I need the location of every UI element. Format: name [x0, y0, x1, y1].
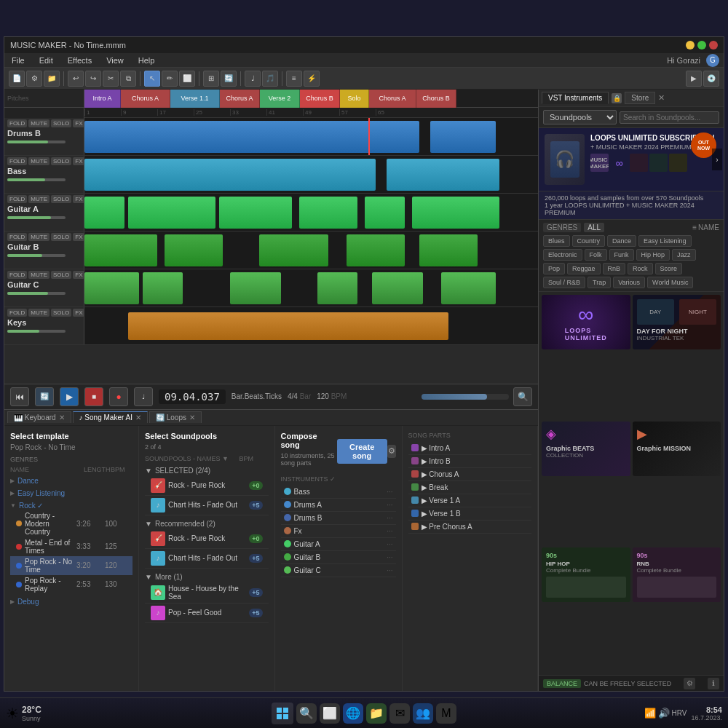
tab-loops[interactable]: 🔄 Loops ✕ [149, 411, 202, 423]
track-fold-guitar-a[interactable]: FOLD [7, 195, 27, 203]
track-content-guitar-b[interactable] [84, 232, 538, 269]
track-fold-bass[interactable]: FOLD [7, 157, 27, 165]
soundpool-pop[interactable]: ♪ Pop - Feel Good +5 [145, 604, 269, 623]
tab-store[interactable]: Store [625, 92, 655, 104]
close-button[interactable] [709, 41, 718, 50]
track-content-guitar-c[interactable] [84, 269, 538, 306]
footer-settings-icon[interactable]: ⚙ [684, 678, 695, 689]
soundpool-more-label[interactable]: ▼ More (1) [145, 571, 269, 582]
track-fx-keys[interactable]: FX [73, 309, 84, 317]
toolbar-loop[interactable]: 🔄 [221, 71, 237, 87]
toolbar-midi[interactable]: ♩ [245, 71, 261, 87]
tab-song-maker-ai[interactable]: ♪ Song Maker AI ✕ [73, 411, 148, 423]
track-solo-keys[interactable]: SOLO [51, 309, 71, 317]
clip-guitar-a-3[interactable] [219, 197, 292, 229]
clip-bass-1[interactable] [84, 159, 376, 191]
toolbar-snap[interactable]: ⊞ [203, 71, 219, 87]
toolbar-erase[interactable]: ⬜ [179, 71, 195, 87]
soundpool-chart-1[interactable]: ♪ Chart Hits - Fade Out +5 [145, 496, 269, 515]
menu-help[interactable]: Help [135, 55, 158, 66]
clip-guitar-a-6[interactable] [412, 197, 499, 229]
track-mute-guitar-b[interactable]: MUTE [28, 233, 50, 241]
template-pop-rock-replay[interactable]: Pop Rock - Replay 2:53 130 [10, 575, 132, 594]
clip-guitar-c-3[interactable] [230, 272, 281, 304]
genre-tag-rock[interactable]: Rock [628, 263, 653, 274]
track-mute-drums[interactable]: MUTE [28, 119, 50, 127]
genre-tag-country[interactable]: Country [572, 235, 606, 247]
clip-guitar-b-5[interactable] [419, 234, 478, 266]
genre-group-dance-label[interactable]: ▶ Dance [10, 476, 132, 486]
toolbar-open-folder[interactable]: 📁 [44, 71, 60, 87]
transport-to-start[interactable]: ⏮ [10, 387, 29, 406]
genres-filter-value[interactable]: ALL [584, 223, 604, 232]
template-country[interactable]: Country - Modern Country 3:26 100 [10, 510, 132, 537]
genre-tag-pop[interactable]: Pop [543, 263, 565, 274]
track-solo-drums[interactable]: SOLO [51, 119, 71, 127]
clip-guitar-a-4[interactable] [299, 197, 357, 229]
inst-more-guitar-a[interactable]: ··· [387, 540, 392, 548]
minimize-button[interactable] [686, 41, 695, 50]
clip-guitar-a-5[interactable] [365, 197, 405, 229]
transport-play[interactable]: ▶ [60, 387, 79, 406]
track-solo-guitar-c[interactable]: SOLO [51, 271, 71, 279]
menu-edit[interactable]: Edit [36, 55, 56, 66]
track-volume-guitar-c[interactable] [7, 292, 66, 295]
track-mute-guitar-c[interactable]: MUTE [28, 271, 50, 279]
track-fold-guitar-c[interactable]: FOLD [7, 271, 27, 279]
track-fx-guitar-b[interactable]: FX [73, 233, 84, 241]
inst-more-fx[interactable]: ··· [387, 527, 392, 535]
track-volume-bass[interactable] [7, 178, 66, 181]
transport-stop[interactable]: ■ [84, 387, 103, 406]
clip-guitar-c-2[interactable] [143, 272, 183, 304]
track-mute-bass[interactable]: MUTE [28, 157, 50, 165]
genre-group-debug-label[interactable]: ▶ Debug [10, 597, 132, 606]
track-solo-guitar-a[interactable]: SOLO [51, 195, 71, 203]
tray-network[interactable]: 📶 [644, 708, 656, 719]
right-tab-close[interactable]: ✕ [658, 93, 665, 103]
genre-tag-easy-listening[interactable]: Easy Listening [638, 235, 692, 247]
soundpool-house[interactable]: 🏠 House - House by the Sea +5 [145, 582, 269, 604]
tray-volume[interactable]: 🔊 [658, 708, 670, 719]
transport-search[interactable]: 🔍 [513, 387, 532, 406]
clip-guitar-a-1[interactable] [84, 197, 124, 229]
soundpool-chart-2[interactable]: ♪ Chart Hits - Fade Out +5 [145, 549, 269, 569]
taskbar-teams-icon[interactable]: 👥 [413, 703, 433, 724]
tab-vst-instruments[interactable]: VST Instruments [542, 92, 609, 104]
inst-more-bass[interactable]: ··· [387, 488, 392, 496]
clip-drums-2[interactable] [430, 121, 496, 153]
genre-group-easy-label[interactable]: ▶ Easy Listening [10, 488, 132, 498]
clip-guitar-b-4[interactable] [347, 234, 405, 266]
tab-lock-icon[interactable]: 🔒 [612, 93, 622, 103]
track-content-guitar-a[interactable] [84, 194, 538, 231]
genre-tag-blues[interactable]: Blues [543, 235, 570, 247]
track-fx-drums[interactable]: FX [73, 119, 84, 127]
soundpools-dropdown[interactable]: Soundpools [543, 110, 617, 124]
transport-loop[interactable]: 🔄 [35, 387, 54, 406]
genre-tag-folk[interactable]: Folk [585, 249, 607, 261]
track-solo-guitar-b[interactable]: SOLO [51, 233, 71, 241]
genre-group-rock-label[interactable]: ▼ Rock ✓ [10, 501, 132, 510]
clip-keys-1[interactable] [128, 312, 448, 340]
genre-tag-world[interactable]: World Music [647, 277, 693, 288]
taskbar-edge-icon[interactable]: 🌐 [343, 703, 363, 724]
inst-more-drums-b[interactable]: ··· [387, 514, 392, 522]
taskbar-music-maker-icon[interactable]: M [436, 703, 456, 724]
clip-guitar-c-5[interactable] [372, 272, 423, 304]
footer-info-icon[interactable]: ℹ [708, 678, 719, 689]
transport-metronome[interactable]: ♩ [134, 387, 153, 406]
genre-tag-soul[interactable]: Soul / R&B [543, 277, 585, 288]
track-volume-guitar-a[interactable] [7, 216, 66, 219]
track-fx-guitar-c[interactable]: FX [73, 271, 84, 279]
maximize-button[interactable] [697, 41, 706, 50]
toolbar-draw[interactable]: ✏ [162, 71, 178, 87]
clip-guitar-c-4[interactable] [317, 272, 357, 304]
track-volume-guitar-b[interactable] [7, 254, 66, 257]
template-metal[interactable]: Metal - End of Times 3:33 125 [10, 537, 132, 556]
genre-tag-funk[interactable]: Funk [609, 249, 634, 261]
card-day-night[interactable]: DAY NIGHT DAY FOR NIGHT INDUSTRIAL TEK [633, 295, 721, 349]
inst-more-guitar-b[interactable]: ··· [387, 553, 392, 561]
toolbar-export[interactable]: ▶ [686, 71, 702, 87]
taskbar-search-icon[interactable]: 🔍 [296, 703, 317, 724]
track-mute-keys[interactable]: MUTE [28, 309, 50, 317]
tab-loops-close[interactable]: ✕ [189, 414, 195, 422]
